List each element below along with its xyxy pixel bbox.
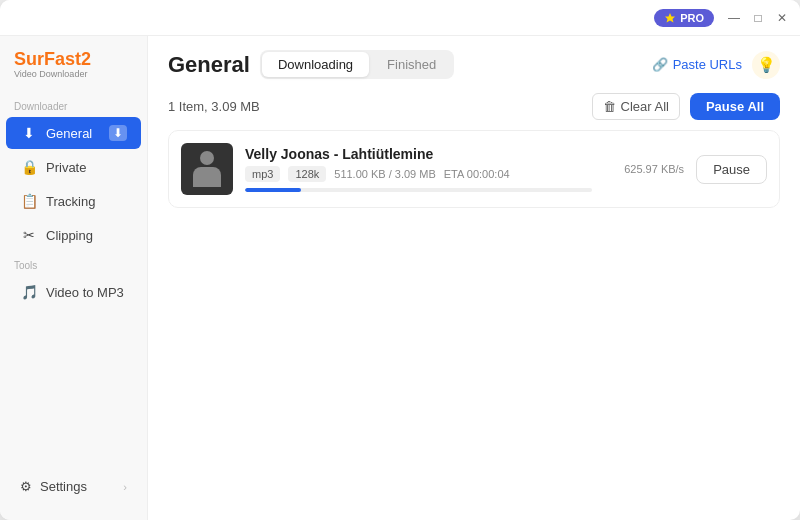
table-row: Velly Joonas - Lahtiütlemine mp3 128k 51… [168,130,780,208]
app-logo: SurFast2 Video Downloader [0,46,147,93]
download-meta: mp3 128k 511.00 KB / 3.09 MB ETA 00:00:0… [245,166,592,182]
download-info: Velly Joonas - Lahtiütlemine mp3 128k 51… [245,146,592,192]
download-title: Velly Joonas - Lahtiütlemine [245,146,592,162]
quality-tag: 128k [288,166,326,182]
content-toolbar: 1 Item, 3.09 MB 🗑 Clear All Pause All [148,89,800,130]
bulb-icon: 💡 [757,56,776,74]
settings-left: ⚙ Settings [20,479,87,494]
trash-icon: 🗑 [603,99,616,114]
sidebar-item-label: Video to MP3 [46,285,124,300]
tab-group: Downloading Finished [260,50,454,79]
thumbnail [181,143,233,195]
minimize-button[interactable]: — [726,10,742,26]
download-list: Velly Joonas - Lahtiütlemine mp3 128k 51… [148,130,800,520]
app-window: PRO — □ ✕ SurFast2 Video Downloader Down… [0,0,800,520]
progress-bar [245,188,592,192]
sidebar-item-private[interactable]: 🔒 Private [6,151,141,183]
link-icon: 🔗 [652,57,668,72]
title-bar-buttons: — □ ✕ [726,10,790,26]
sidebar-item-general[interactable]: ⬇ General ⬇ [6,117,141,149]
download-badge: ⬇ [109,125,127,141]
pro-icon [664,12,676,24]
title-bar: PRO — □ ✕ [0,0,800,36]
clear-all-label: Clear All [621,99,669,114]
app-subtitle: Video Downloader [14,69,133,79]
download-icon: ⬇ [20,125,38,141]
clipping-icon: ✂ [20,227,38,243]
item-count: 1 Item, 3.09 MB [168,99,260,114]
lock-icon: 🔒 [20,159,38,175]
bulb-button[interactable]: 💡 [752,51,780,79]
sidebar-item-label: Clipping [46,228,93,243]
app-name: SurFast2 [14,50,133,68]
tools-section-label: Tools [0,252,147,275]
pause-button[interactable]: Pause [696,155,767,184]
download-speed: 625.97 KB/s [604,163,684,175]
sidebar-item-clipping[interactable]: ✂ Clipping [6,219,141,251]
sidebar-item-label: Tracking [46,194,95,209]
settings-item[interactable]: ⚙ Settings › [6,471,141,502]
tracking-icon: 📋 [20,193,38,209]
paste-urls-label: Paste URLs [673,57,742,72]
music-icon: 🎵 [20,284,38,300]
sidebar: SurFast2 Video Downloader Downloader ⬇ G… [0,36,148,520]
pro-badge[interactable]: PRO [654,9,714,27]
tab-downloading[interactable]: Downloading [262,52,369,77]
toolbar-actions: 🗑 Clear All Pause All [592,93,780,120]
downloader-section-label: Downloader [0,93,147,116]
sidebar-item-video-to-mp3[interactable]: 🎵 Video to MP3 [6,276,141,308]
close-button[interactable]: ✕ [774,10,790,26]
settings-label: Settings [40,479,87,494]
paste-urls-button[interactable]: 🔗 Paste URLs [652,57,742,72]
chevron-right-icon: › [123,481,127,493]
sidebar-item-tracking[interactable]: 📋 Tracking [6,185,141,217]
sidebar-bottom: ⚙ Settings › [0,463,147,510]
eta-info: ETA 00:00:04 [444,168,510,180]
clear-all-button[interactable]: 🗑 Clear All [592,93,680,120]
content-header: General Downloading Finished 🔗 Paste URL… [148,36,800,89]
tab-finished[interactable]: Finished [371,52,452,77]
page-title-area: General Downloading Finished [168,50,454,79]
pause-all-button[interactable]: Pause All [690,93,780,120]
content-area: General Downloading Finished 🔗 Paste URL… [148,36,800,520]
page-title: General [168,52,250,78]
format-tag: mp3 [245,166,280,182]
gear-icon: ⚙ [20,479,32,494]
header-right: 🔗 Paste URLs 💡 [652,51,780,79]
pro-label: PRO [680,12,704,24]
maximize-button[interactable]: □ [750,10,766,26]
size-info: 511.00 KB / 3.09 MB [334,168,436,180]
progress-bar-fill [245,188,301,192]
sidebar-item-label: General [46,126,92,141]
main-layout: SurFast2 Video Downloader Downloader ⬇ G… [0,36,800,520]
sidebar-item-label: Private [46,160,86,175]
